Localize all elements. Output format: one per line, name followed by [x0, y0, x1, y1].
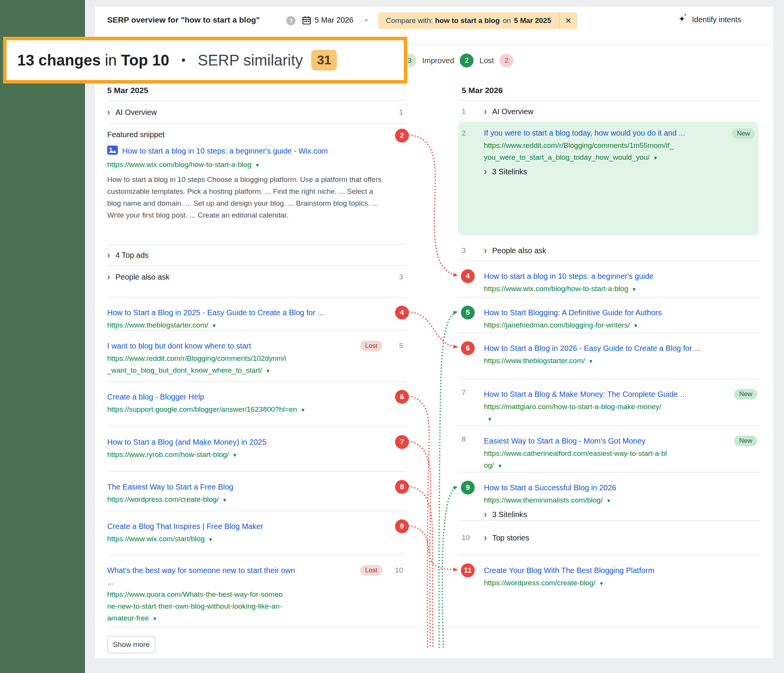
sitelinks-toggle[interactable]: ›3 Sitelinks — [484, 510, 714, 519]
right-result-row: 5How to Start Blogging: A Definitive Gui… — [458, 297, 760, 332]
identify-intents-button[interactable]: ✦+ Identify intents — [678, 15, 741, 25]
position-badge-improved: 5 — [461, 306, 475, 319]
result-title-link[interactable]: Create a Blog That Inspires | Free Blog … — [107, 521, 341, 532]
result-url-link[interactable]: https://wordpress.com/create-blog/▼ — [484, 577, 714, 589]
date-selector[interactable]: 5 Mar 2026 — [315, 16, 353, 25]
chevron-right-icon: › — [107, 251, 110, 260]
result-content: How to Start a Successful Blog in 2026ht… — [484, 482, 760, 519]
position-number: 1 — [462, 107, 466, 116]
result-url-link[interactable]: https://www.theblogstarter.com/▼ — [484, 355, 714, 367]
changes-count: 13 changes — [17, 52, 101, 69]
result-url-link[interactable]: https://www.catherinealford.com/easiest-… — [484, 447, 714, 472]
result-url-link[interactable]: https://www.wix.com/start/blog▼ — [107, 533, 341, 545]
left-column-date: 5 Mar 2025 — [107, 86, 148, 95]
position-badge-dropped: 2 — [395, 129, 409, 142]
result-url-line: amateur-free▼ — [107, 612, 341, 625]
new-badge: New — [732, 128, 755, 139]
left-section-row[interactable]: ›People also ask3 — [107, 265, 406, 288]
right-section-row[interactable]: 3›People also ask — [458, 241, 760, 260]
chevron-right-icon: › — [484, 510, 487, 519]
result-url-line: https://mattgiaro.com/how-to-start-a-blo… — [484, 401, 714, 413]
result-url-line: https://www.reddit.com/r/Blogging/commen… — [107, 352, 341, 364]
result-url-line: you_were_to_start_a_blog_today_how_would… — [484, 151, 717, 164]
url-dropdown-caret[interactable]: ▼ — [255, 159, 260, 171]
url-dropdown-caret[interactable]: ▼ — [487, 413, 492, 425]
left-section-row[interactable]: ›4 Top ads — [107, 244, 406, 265]
section-label: Top stories — [492, 534, 529, 542]
left-result-row: 8The Easiest Way to Start a Free Bloghtt… — [107, 471, 406, 511]
left-section-row[interactable]: ›AI Overview1 — [107, 100, 406, 123]
position-number: 3 — [399, 273, 403, 281]
result-url-link[interactable]: https://wordpress.com/create-blog/▼ — [107, 493, 341, 506]
section-label: AI Overview — [116, 108, 157, 117]
chevron-right-icon: › — [484, 534, 487, 542]
url-dropdown-caret[interactable]: ▼ — [599, 578, 604, 589]
help-icon[interactable]: ? — [286, 16, 296, 25]
result-url-link[interactable]: https://www.wix.com/blog/how-to-start-a-… — [484, 283, 714, 295]
right-result-row: 8NewEasiest Way to Start a Blog - Mom's … — [458, 425, 760, 472]
result-url-line: ▼ — [484, 413, 714, 425]
position-badge-dropped: 11 — [461, 563, 475, 577]
result-title-link[interactable]: How to start a blog in 10 steps: a begin… — [107, 145, 406, 158]
close-icon[interactable]: ✕ — [560, 12, 577, 29]
result-title-link[interactable]: What's the best way for someone new to s… — [107, 565, 341, 588]
result-title-link[interactable]: How to Start a Blog in 2026 - Easy Guide… — [484, 342, 714, 354]
url-dropdown-caret[interactable]: ▼ — [588, 355, 593, 367]
result-title-link[interactable]: If you were to start a blog today, how w… — [484, 127, 717, 139]
url-dropdown-caret[interactable]: ▼ — [301, 404, 305, 416]
result-title-link[interactable]: The Easiest Way to Start a Free Blog — [107, 481, 341, 493]
result-url-link[interactable]: https://www.reddit.com/r/Blogging/commen… — [484, 139, 717, 164]
result-title-link[interactable]: Create Your Blog With The Best Blogging … — [484, 565, 714, 576]
section-content: ›AI Overview — [484, 107, 533, 116]
url-dropdown-caret[interactable]: ▼ — [208, 534, 213, 545]
result-url-line: https://www.wix.com/blog/how-to-start-a-… — [107, 159, 406, 171]
url-dropdown-caret[interactable]: ▼ — [152, 613, 157, 625]
url-dropdown-caret[interactable]: ▼ — [266, 365, 271, 377]
url-dropdown-caret[interactable]: ▼ — [222, 494, 227, 506]
url-dropdown-caret[interactable]: ▼ — [653, 152, 658, 164]
result-title-link[interactable]: How to Start a Blog in 2025 - Easy Guide… — [107, 307, 341, 318]
result-url-line: https://www.wix.com/start/blog▼ — [107, 533, 341, 545]
result-title-link[interactable]: Create a blog - Blogger Help — [107, 391, 341, 403]
result-title-link[interactable]: How to Start a Blog (and Make Money) in … — [107, 436, 341, 448]
url-dropdown-caret[interactable]: ▼ — [632, 283, 637, 295]
result-url-link[interactable]: https://www.theminimalists.com/blog/▼ — [484, 494, 714, 507]
right-section-row[interactable]: 1›AI Overview — [458, 100, 760, 122]
url-dropdown-caret[interactable]: ▼ — [497, 460, 502, 472]
result-title-link[interactable]: How to start a blog in 10 steps: a begin… — [484, 270, 714, 282]
result-title-link[interactable]: I want to blog but dont know where to st… — [107, 340, 341, 352]
result-url-link[interactable]: https://www.wix.com/blog/how-to-start-a-… — [107, 159, 406, 171]
left-result-row: 9Create a Blog That Inspires | Free Blog… — [107, 511, 406, 555]
lost-count-badge: 2 — [500, 54, 513, 67]
result-url-link[interactable]: https://www.reddit.com/r/Blogging/commen… — [107, 352, 341, 377]
result-url-link[interactable]: https://support.google.com/blogger/answe… — [107, 403, 341, 416]
result-url-line: https://wordpress.com/create-blog/▼ — [107, 493, 341, 506]
position-number: 10 — [395, 566, 403, 575]
url-dropdown-caret[interactable]: ▼ — [633, 320, 638, 332]
result-url-link[interactable]: https://www.ryrob.com/how-start-blog/▼ — [107, 449, 341, 461]
result-title-link[interactable]: How to Start a Successful Blog in 2026 — [484, 482, 714, 493]
result-title-link[interactable]: How to Start Blogging: A Definitive Guid… — [484, 307, 714, 318]
result-content: If you were to start a blog today, how w… — [484, 127, 759, 176]
result-url-line: og/▼ — [484, 459, 714, 472]
show-more-button[interactable]: Show more — [107, 636, 155, 653]
changes-callout: 13 changes in Top 10 • SERP similarity 3… — [3, 37, 407, 84]
result-url-line: https://www.wix.com/blog/how-to-start-a-… — [484, 283, 714, 295]
sitelinks-toggle[interactable]: ›3 Sitelinks — [484, 167, 717, 176]
sitelinks-label: 3 Sitelinks — [492, 167, 527, 176]
compare-with-pill[interactable]: Compare with: how to start a blog on 5 M… — [378, 12, 577, 29]
section-content: ›People also ask — [484, 246, 546, 255]
result-url-link[interactable]: https://janefriedman.com/blogging-for-wr… — [484, 319, 714, 332]
url-dropdown-caret[interactable]: ▼ — [606, 495, 611, 507]
result-title-link[interactable]: Easiest Way to Start a Blog - Mom's Got … — [484, 435, 714, 447]
left-result-row: 7How to Start a Blog (and Make Money) in… — [107, 426, 406, 471]
right-section-row[interactable]: 10›Top stories — [458, 520, 760, 555]
url-dropdown-caret[interactable]: ▼ — [232, 449, 237, 461]
result-url-link[interactable]: https://mattgiaro.com/how-to-start-a-blo… — [484, 401, 714, 425]
compare-on: on — [503, 16, 511, 25]
result-url-line: ne-new-to-start-their-own-blog-without-l… — [107, 600, 341, 612]
result-url-line: https://wordpress.com/create-blog/▼ — [484, 577, 714, 589]
section-label: People also ask — [116, 273, 170, 282]
result-url-link[interactable]: https://www.quora.com/Whats-the-best-way… — [107, 588, 341, 625]
result-title-link[interactable]: How to Start a Blog & Make Money: The Co… — [484, 388, 714, 400]
